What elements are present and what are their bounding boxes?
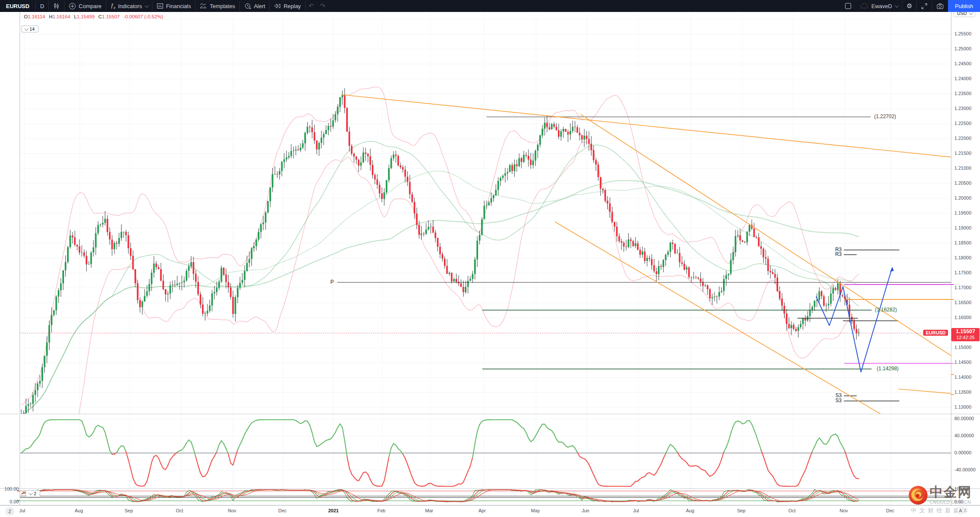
indicators-collapse-button[interactable]: 14 (21, 26, 38, 32)
redo-button[interactable]: ↷ (317, 2, 328, 10)
screenshot-button[interactable] (932, 0, 948, 12)
camera-icon (936, 3, 944, 9)
price-tick: 1.17500 (954, 270, 971, 275)
publish-button[interactable]: Publish (948, 0, 980, 12)
time-tick: Nov (228, 508, 236, 513)
time-tick: Dec (886, 508, 895, 513)
time-tick: Mar (425, 508, 433, 513)
price-tick: 1.18000 (954, 255, 971, 260)
tradingview-chart-window: EURUSD D Compare ƒx Indicators Financial… (0, 0, 980, 517)
alert-button[interactable]: Alert (240, 0, 270, 12)
price-tick: 1.21000 (954, 166, 971, 171)
price-tick: 1.14500 (954, 360, 971, 365)
high-label: H (49, 14, 52, 19)
osc-tick: -40.00000 (954, 467, 976, 472)
replay-label: Replay (283, 3, 300, 9)
stoch-tick-left: 0.00 (10, 499, 19, 504)
candlestick-icon (53, 3, 60, 9)
chevron-down-icon (24, 26, 29, 31)
ohlc-legend: O1.16114 H1.16164 L1.15499 C1.15507 -0.0… (24, 14, 163, 19)
last-price-value: 1.15507 (951, 328, 980, 335)
replay-icon (274, 3, 281, 9)
stoch-tick-left: 100.00 (4, 486, 19, 491)
drawing-label[interactable]: (1.22702) (874, 113, 896, 119)
time-tick: Sep (125, 508, 133, 513)
price-tick: 1.20000 (954, 195, 971, 200)
financials-label: Financials (166, 3, 191, 9)
replay-button[interactable]: Replay (270, 0, 305, 12)
bar-countdown: 12:42:25 (951, 335, 980, 340)
compare-label: Compare (79, 3, 101, 9)
price-tick: 1.21500 (954, 151, 971, 156)
high-value: 1.16164 (52, 14, 70, 19)
drawing-label[interactable]: P (330, 279, 334, 285)
osc-tick: 0.00000 (954, 450, 971, 455)
price-tick: 1.25000 (954, 46, 971, 51)
drawing-label[interactable]: (1.14298) (877, 366, 898, 372)
settings-button[interactable]: ⚙ (902, 0, 916, 12)
open-value: 1.16114 (28, 14, 45, 19)
time-tick: Apr (478, 508, 486, 513)
price-tick: 1.13500 (954, 389, 971, 395)
price-tick: 1.16000 (954, 315, 971, 320)
price-tick: 1.22500 (954, 121, 971, 126)
last-price-axis-label: 1.15507 12:42:25 (951, 328, 980, 341)
price-tick: 1.14000 (954, 375, 971, 380)
drawing-label[interactable]: (1.16282) (875, 307, 897, 313)
undo-button[interactable]: ↶ (306, 2, 317, 10)
cloud-account-button[interactable]: EwaveD (856, 0, 901, 12)
cloud-icon (860, 3, 869, 9)
time-tick: Jun (582, 508, 589, 513)
price-tick: 1.20500 (954, 180, 971, 186)
compare-plus-icon (69, 3, 76, 10)
hidden-indicators-count: 14 (29, 26, 35, 32)
chart-canvas[interactable] (0, 0, 980, 517)
price-tick: 1.17000 (954, 285, 971, 290)
price-tick: 1.18500 (954, 240, 971, 245)
time-tick: Sep (737, 508, 746, 513)
account-name-label: EwaveD (871, 3, 892, 9)
gear-icon: ⚙ (907, 2, 912, 10)
stoch-collapse-button[interactable]: 2 (26, 490, 40, 497)
accessibility-badge[interactable]: A (957, 507, 964, 514)
price-tick: 1.16500 (954, 300, 971, 305)
time-tick: Oct (788, 508, 796, 513)
symbol-button[interactable]: EURUSD (0, 3, 35, 9)
financials-button[interactable]: Financials (152, 0, 195, 12)
alert-clock-icon (244, 3, 251, 10)
fullscreen-button[interactable] (917, 0, 932, 12)
drawing-label[interactable]: R3 (835, 251, 842, 257)
indicators-button[interactable]: ƒx Indicators (106, 0, 152, 12)
time-tick: Dec (278, 508, 287, 513)
time-tick: 2021 (328, 508, 338, 513)
stoch-tick: 100.00 (954, 486, 969, 491)
price-tick: 1.22000 (954, 136, 971, 141)
chevron-down-icon (145, 3, 149, 8)
alert-label: Alert (254, 3, 265, 9)
layout-button[interactable] (840, 0, 856, 12)
chart-type-button[interactable] (49, 0, 64, 12)
close-label: C (99, 14, 102, 19)
last-price-symbol-tag: EURUSD (923, 330, 948, 336)
chevron-down-icon (29, 491, 33, 495)
open-label: O (24, 14, 28, 19)
osc-tick: 80.00000 (954, 416, 974, 421)
templates-button[interactable]: Templates (195, 0, 239, 12)
price-tick: 1.19500 (954, 210, 971, 215)
chevron-down-icon (895, 3, 899, 8)
time-tick: Oct (176, 508, 183, 513)
price-tick: 1.25500 (954, 31, 971, 36)
interval-button[interactable]: D (36, 0, 48, 12)
time-tick: Aug (686, 508, 694, 513)
timezone-button[interactable]: Z (5, 507, 15, 516)
time-tick: Feb (377, 508, 385, 513)
compare-button[interactable]: Compare (64, 0, 105, 12)
drawing-label[interactable]: S3 (835, 398, 842, 404)
price-tick: 1.23500 (954, 91, 971, 96)
stoch-tick: 0.00 (954, 499, 963, 504)
time-tick: Aug (75, 508, 83, 513)
price-tick: 1.13000 (954, 404, 971, 410)
close-value: 1.15507 (102, 14, 120, 19)
templates-label: Templates (210, 3, 235, 9)
low-value: 1.15499 (77, 14, 95, 19)
